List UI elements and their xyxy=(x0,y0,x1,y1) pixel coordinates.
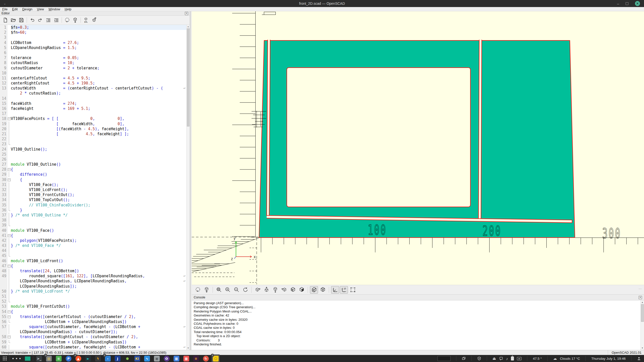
code-text[interactable]: faceHeight = 169 + 5.1; xyxy=(11,106,90,111)
scroll-up-icon[interactable]: ▲ xyxy=(187,25,190,28)
view-back-button[interactable] xyxy=(298,286,306,294)
code-row[interactable]: 36 } xyxy=(0,208,190,213)
code-row[interactable]: 34 VT100_TopCutOut(); xyxy=(0,197,190,202)
code-row[interactable]: 18VT100FacePoints = [ [ 0, 0], xyxy=(0,116,190,121)
code-text[interactable]: VT100_LcdFront(); xyxy=(11,187,68,192)
fold-marker[interactable] xyxy=(8,263,11,268)
code-row[interactable]: 40module VT100_Face() xyxy=(0,228,190,233)
code-text[interactable]: VT100_Face(); xyxy=(11,182,59,187)
code-row[interactable]: 39 xyxy=(0,223,190,228)
code-text[interactable]: faceWidth = 274; xyxy=(11,101,77,106)
code-text[interactable]: VT100_Outline(); xyxy=(11,147,47,152)
minimize-button[interactable]: – xyxy=(617,2,619,6)
view-perspective-button[interactable] xyxy=(310,286,318,294)
code-text[interactable]: tolerance = 0.05; xyxy=(11,55,79,60)
code-row[interactable]: 32 VT100_LcdFront(); xyxy=(0,187,190,192)
code-text[interactable]: $fn=60; xyxy=(11,30,27,35)
render-button[interactable] xyxy=(71,16,79,24)
console-scrollbar[interactable]: ▲ ▼ xyxy=(640,300,644,350)
code-row[interactable]: 35 // VT100_ChinFaceDivider(); xyxy=(0,203,190,208)
shield-icon[interactable] xyxy=(477,356,481,360)
taskbar-app-owl-app[interactable]: ʘ xyxy=(163,355,170,362)
code-text[interactable]: { xyxy=(11,263,13,268)
code-text[interactable]: // VT100_ChinFaceDivider(); xyxy=(11,203,90,208)
code-row[interactable]: 30 { xyxy=(0,177,190,182)
notification-icon[interactable] xyxy=(499,356,503,360)
view-front-button[interactable] xyxy=(289,286,297,294)
code-text[interactable]: [ faceWidth, 0], xyxy=(11,121,125,126)
code-row[interactable]: 37} /* end VT100_Outline */ xyxy=(0,213,190,218)
eject-icon[interactable]: ⏏ xyxy=(493,356,496,361)
code-text[interactable]: translate([centerRightCutout - (cutoutDi… xyxy=(11,334,138,339)
code-text[interactable]: difference() xyxy=(11,172,47,177)
taskbar-app-joplin[interactable]: J xyxy=(114,355,121,362)
code-row[interactable]: 58 translate([centerRightCutout - (cutou… xyxy=(0,334,190,339)
app-grid-icon[interactable] xyxy=(3,356,7,361)
music-icon[interactable]: ♪ xyxy=(506,356,508,361)
code-text[interactable]: 2 * cutoutRadius); xyxy=(11,91,61,96)
code-text[interactable]: cutoutWidth = (centerRightCutout - cente… xyxy=(11,86,163,91)
code-row[interactable]: 8cutoutRadius = 10; xyxy=(0,60,190,65)
taskbar-app-hex-nodes[interactable]: ⬢ xyxy=(124,355,131,362)
code-row[interactable]: LCDpanelRoundingRadius, LCDpanelRounding… xyxy=(0,279,190,284)
code-text[interactable]: module VT100_Outline() xyxy=(11,162,61,167)
code-row[interactable]: 55 translate([centerLeftCutout - (cutout… xyxy=(0,314,190,319)
code-row[interactable]: 60 square([cutoutDiameter, faceHeight - … xyxy=(0,345,190,350)
code-text[interactable]: [(faceWidth - 4.5), faceHeight], xyxy=(11,126,129,131)
code-text[interactable]: cutoutDiameter = 2 + tolerance; xyxy=(11,66,99,71)
code-row[interactable]: 53module VT100_FrontCutOut() xyxy=(0,304,190,309)
code-text[interactable]: { xyxy=(11,309,13,314)
code-row[interactable]: 15faceWidth = 274; xyxy=(0,101,190,106)
open-button[interactable] xyxy=(10,16,17,24)
redo-button[interactable] xyxy=(36,16,44,24)
code-row[interactable]: 38 xyxy=(0,218,190,223)
undo-button[interactable] xyxy=(28,16,36,24)
view-left-button[interactable] xyxy=(280,286,288,294)
code-row[interactable]: 12centerRightCutout = 4.5 + 190.5; xyxy=(0,81,190,86)
code-row[interactable]: 6 xyxy=(0,50,190,55)
export-stl-button[interactable]: STL xyxy=(82,16,90,24)
console-scroll-down-icon[interactable]: ▼ xyxy=(641,346,644,350)
taskbar-app-calendar[interactable]: ▦ xyxy=(183,355,189,362)
user-icon[interactable] xyxy=(637,356,641,360)
code-row[interactable]: 5LCDpanelRoundingRadius = 1.5; xyxy=(0,45,190,50)
code-row[interactable]: 50} /* end VT100_LcdFront */ xyxy=(0,289,190,294)
taskbar-app-zap-editor[interactable]: ϟ xyxy=(95,355,101,362)
code-text[interactable]: translate([centerLeftCutout - (cutoutDia… xyxy=(11,314,136,319)
code-text[interactable]: { xyxy=(11,167,13,172)
editor-close-icon[interactable]: ✕ xyxy=(185,12,188,15)
code-row[interactable]: 23 xyxy=(0,142,190,147)
overflow-dots-icon[interactable]: ■ ■ ■ xyxy=(12,357,21,360)
code-text[interactable]: { xyxy=(11,177,22,182)
viewport-canvas[interactable]: 100 200 300 y x z xyxy=(192,11,644,285)
code-row[interactable]: 20 [(faceWidth - 4.5), faceHeight], xyxy=(0,126,190,131)
code-text[interactable]: VT100FacePoints = [ [ 0, 0], xyxy=(11,116,125,121)
indent-button[interactable] xyxy=(53,16,60,24)
taskbar-app-sync-app[interactable]: ↻ xyxy=(203,355,209,362)
code-text[interactable]: cutoutRadius = 10; xyxy=(11,60,74,65)
console-scroll-up-icon[interactable]: ▲ xyxy=(641,301,644,304)
taskbar-app-brave[interactable]: ▲3 xyxy=(75,355,82,362)
code-row[interactable]: 48 translate([24, LCDBottom]) xyxy=(0,268,190,274)
code-text[interactable]: LCDBottom + LCDpanelRoundingRadius]) xyxy=(11,340,127,345)
view-orthogonal-button[interactable] xyxy=(319,286,327,294)
console-panel[interactable]: Parsing design (AST generation)...Compil… xyxy=(192,300,644,350)
code-row[interactable]: 42 polygon(VT100FacePoints); xyxy=(0,238,190,243)
code-row[interactable]: 47{ xyxy=(0,263,190,268)
menu-view[interactable]: View xyxy=(35,7,46,11)
window-stack-icon[interactable] xyxy=(462,356,466,360)
taskbar-app-openscad[interactable]: ⬡2 xyxy=(212,355,219,362)
taskbar-app-wave-app[interactable]: ∿ xyxy=(144,355,150,362)
code-text[interactable]: VT100_TopCutOut(); xyxy=(11,197,70,202)
code-row[interactable]: 46module VT100_LcdFront() xyxy=(0,258,190,263)
zoom-all-button[interactable] xyxy=(215,286,223,294)
code-row[interactable]: LCDpanelRoundingRadius]); xyxy=(0,284,190,289)
code-text[interactable]: $fs=0.3; xyxy=(11,25,29,30)
view-top-button[interactable] xyxy=(262,286,270,294)
code-text[interactable]: LCDBottom + LCDpanelRoundingRadius]) xyxy=(11,319,127,324)
code-row[interactable]: 7tolerance = 0.05; xyxy=(0,55,190,60)
code-row[interactable]: 51 xyxy=(0,294,190,299)
code-row[interactable]: 31 VT100_Face(); xyxy=(0,182,190,187)
taskbar-app-package-manager[interactable]: ▤3 xyxy=(46,355,52,362)
code-row[interactable]: 52 xyxy=(0,299,190,304)
